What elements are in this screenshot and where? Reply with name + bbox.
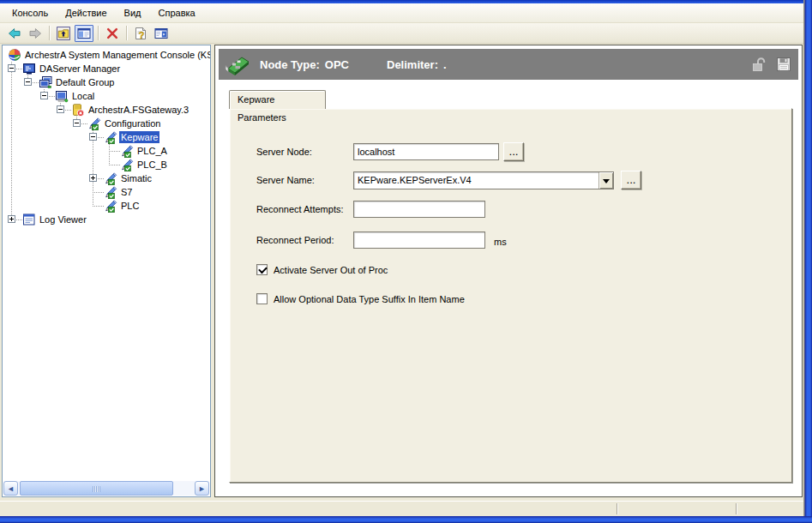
panel-right-icon xyxy=(154,27,168,40)
reconnect-attempts-input[interactable] xyxy=(353,201,485,218)
tree-item-default-group[interactable]: Default Group xyxy=(3,75,211,89)
status-section xyxy=(0,502,617,516)
tree-item-label: Default Group xyxy=(54,76,116,88)
tree-item-label: PLC xyxy=(119,200,141,212)
status-section xyxy=(618,502,735,516)
expand-toggle-minus[interactable] xyxy=(40,92,48,99)
show-hide-tree-button[interactable] xyxy=(75,25,93,42)
menu-item-2[interactable]: Вид xyxy=(116,5,150,21)
menu-bar: КонсольДействиеВидСправка xyxy=(0,3,803,23)
delete-button[interactable] xyxy=(103,25,122,42)
window-border-right xyxy=(803,0,812,523)
tree-item-label: PLC_B xyxy=(135,159,169,171)
panel-right-button[interactable] xyxy=(152,25,171,42)
forward-button[interactable] xyxy=(26,25,45,42)
server-name-combobox[interactable]: KEPware.KEPServerEx.V4 xyxy=(353,171,614,189)
expand-toggle-plus[interactable] xyxy=(89,174,97,182)
reconnect-attempts-label: Reconnect Attempts: xyxy=(256,204,344,214)
expand-toggle-minus[interactable] xyxy=(89,133,97,141)
tree-item-archestra-system-management-console-kst[interactable]: ArchestrA System Management Console (KST xyxy=(3,48,211,62)
server-node-browse-button[interactable]: ... xyxy=(503,142,524,161)
status-section xyxy=(737,502,803,516)
tree-item-plc_b[interactable]: PLC_B xyxy=(3,158,211,171)
scrollbar-thumb[interactable] xyxy=(20,481,173,496)
node-type-value: OPC xyxy=(325,58,349,71)
menu-item-0[interactable]: Консоль xyxy=(3,5,57,21)
server-manager-icon xyxy=(22,62,36,75)
menu-item-1[interactable]: Действие xyxy=(57,5,115,21)
tree-item-daserver-manager[interactable]: DAServer Manager xyxy=(3,62,211,75)
node-type-field: Node Type: OPC xyxy=(260,49,349,80)
server-node-label: Server Node: xyxy=(256,147,312,157)
tree-item-plc[interactable]: PLC xyxy=(3,199,211,213)
console-tree-pane: ArchestrA System Management Console (KST… xyxy=(2,45,211,497)
tree-item-local[interactable]: Local xyxy=(3,89,211,103)
config-node-icon xyxy=(104,130,117,144)
tree-item-label: PLC_A xyxy=(135,145,169,157)
reconnect-period-input[interactable] xyxy=(353,231,485,249)
console-icon xyxy=(8,48,21,62)
gateway-icon xyxy=(71,103,85,117)
tree-item-configuration[interactable]: Configuration xyxy=(3,117,211,130)
detail-header-bar: Node Type: OPC Delimiter: . xyxy=(219,49,798,80)
server-name-browse-button[interactable]: ... xyxy=(621,171,641,189)
config-node-icon xyxy=(104,199,117,213)
toolbar-separator xyxy=(49,26,50,40)
unlock-icon[interactable] xyxy=(750,56,767,73)
status-bar xyxy=(0,501,803,516)
expand-toggle-minus[interactable] xyxy=(8,64,15,72)
tree-item-label: ArchestrA.FSGateway.3 xyxy=(87,104,190,116)
expand-toggle-minus[interactable] xyxy=(73,119,81,127)
tree-item-archestra-fsgateway-3[interactable]: ArchestrA.FSGateway.3 xyxy=(3,103,211,117)
config-node-icon xyxy=(104,171,117,185)
save-icon[interactable] xyxy=(775,56,792,73)
tree-item-kepware[interactable]: Kepware xyxy=(3,130,211,144)
tree-horizontal-scrollbar[interactable]: ◄ ► xyxy=(3,481,209,496)
suffix-checkbox[interactable] xyxy=(256,293,268,304)
tree-item-log-viewer[interactable]: Log Viewer xyxy=(3,213,211,226)
config-node-icon xyxy=(120,144,134,158)
expand-toggle-plus[interactable] xyxy=(8,215,15,223)
toolbar: ? xyxy=(0,23,803,44)
delimiter-label: Delimiter: xyxy=(387,58,438,71)
tree-item-plc_a[interactable]: PLC_A xyxy=(3,144,211,158)
scroll-right-button[interactable]: ► xyxy=(195,481,209,496)
delete-icon xyxy=(105,27,119,40)
chevron-down-icon[interactable] xyxy=(598,172,613,189)
server-name-label: Server Name: xyxy=(256,175,315,185)
config-node-icon xyxy=(87,117,101,130)
log-viewer-icon xyxy=(22,213,36,226)
expand-toggle-minus[interactable] xyxy=(24,78,32,86)
up-folder-icon xyxy=(57,27,70,40)
tree-item-label: ArchestrA System Management Console (KST xyxy=(23,49,211,61)
server-name-value: KEPware.KEPServerEx.V4 xyxy=(354,172,598,189)
device-card-icon xyxy=(223,51,252,77)
config-node-icon xyxy=(104,185,117,199)
delimiter-value: . xyxy=(443,58,447,71)
back-button[interactable] xyxy=(5,25,24,42)
svg-text:?: ? xyxy=(139,29,145,39)
scroll-left-button[interactable]: ◄ xyxy=(3,481,18,496)
tree-item-s7[interactable]: S7 xyxy=(3,185,211,199)
tree-item-label: S7 xyxy=(119,186,134,198)
reconnect-period-unit: ms xyxy=(494,237,507,247)
menu-item-3[interactable]: Справка xyxy=(150,5,204,21)
back-icon xyxy=(8,27,21,40)
group-icon xyxy=(39,75,52,89)
toolbar-separator xyxy=(98,26,99,40)
server-node-input[interactable] xyxy=(353,143,499,160)
activate-checkbox[interactable] xyxy=(256,264,268,275)
show-hide-tree-icon xyxy=(77,27,91,40)
tree-item-label: Simatic xyxy=(119,172,153,184)
tree-item-simatic[interactable]: Simatic xyxy=(3,171,211,185)
kepware-parameters-panel: Server Node: ... Server Name: KEPware.KE… xyxy=(229,108,792,483)
tree-item-label: Local xyxy=(70,90,96,102)
status-divider xyxy=(617,503,617,514)
up-folder-button[interactable] xyxy=(54,25,73,42)
help-icon: ? xyxy=(134,27,147,40)
detail-pane: Node Type: OPC Delimiter: . Kepware Para… xyxy=(214,45,803,497)
tab-kepware-parameters[interactable]: Kepware Parameters xyxy=(229,90,326,109)
help-button[interactable]: ? xyxy=(131,25,150,42)
expand-toggle-minus[interactable] xyxy=(57,105,64,113)
reconnect-period-label: Reconnect Period: xyxy=(256,235,334,245)
